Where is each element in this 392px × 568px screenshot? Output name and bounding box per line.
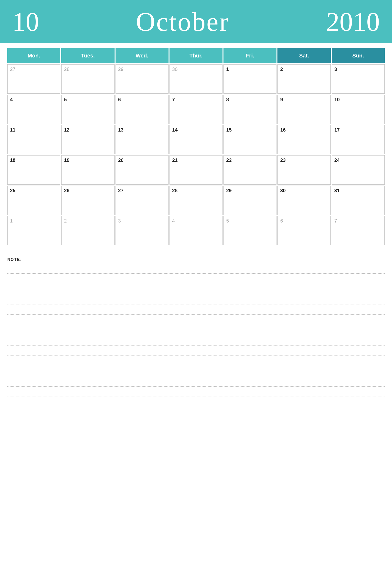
day-number: 28 [64, 66, 69, 72]
notes-lines [7, 263, 385, 407]
calendar-cell[interactable]: 31 [332, 186, 385, 215]
day-header-sun: Sun. [332, 48, 385, 63]
day-number: 3 [334, 66, 337, 72]
day-number: 29 [226, 188, 232, 193]
calendar-cell[interactable]: 1 [7, 216, 60, 245]
day-number: 16 [280, 127, 285, 133]
calendar-cell[interactable]: 5 [61, 95, 114, 124]
day-headers: Mon.Tues.Wed.Thur.Fri.Sat.Sun. [7, 48, 385, 63]
calendar-cell[interactable]: 9 [278, 95, 330, 124]
day-number: 3 [118, 218, 121, 224]
calendar-cell[interactable]: 21 [169, 155, 223, 185]
calendar-cell[interactable]: 29 [115, 64, 168, 94]
day-header-fri: Fri. [224, 48, 277, 63]
calendar-cell[interactable]: 27 [7, 64, 60, 94]
day-number: 23 [280, 157, 285, 163]
calendar-cell[interactable]: 3 [332, 64, 385, 94]
year: 2010 [326, 8, 380, 35]
calendar-cell[interactable]: 25 [7, 186, 60, 215]
notes-line [7, 397, 385, 407]
day-number: 30 [172, 66, 178, 72]
calendar-cell[interactable]: 19 [61, 155, 114, 185]
day-number: 14 [172, 127, 178, 133]
day-number: 19 [64, 157, 69, 163]
day-header-wed: Wed. [115, 48, 168, 63]
calendar-cell[interactable]: 4 [169, 216, 223, 245]
day-number: 2 [280, 66, 283, 72]
calendar-cell[interactable]: 30 [169, 64, 223, 94]
day-number: 1 [226, 66, 229, 72]
notes-line [7, 345, 385, 356]
calendar-cell[interactable]: 22 [224, 155, 277, 185]
calendar-cell[interactable]: 6 [115, 95, 168, 124]
calendar-cell[interactable]: 26 [61, 186, 114, 215]
calendar-header: 10 October 2010 [0, 0, 392, 43]
calendar-cell[interactable]: 30 [278, 186, 330, 215]
day-header-sat: Sat. [278, 48, 330, 63]
day-number: 20 [118, 157, 124, 163]
notes-label: NOTE: [7, 257, 385, 262]
calendar-cell[interactable]: 1 [224, 64, 277, 94]
notes-line [7, 284, 385, 294]
calendar-cell[interactable]: 17 [332, 125, 385, 154]
calendar-cell[interactable]: 10 [332, 95, 385, 124]
day-number: 10 [334, 97, 340, 102]
notes-line [7, 366, 385, 376]
calendar-cell[interactable]: 28 [169, 186, 223, 215]
calendar-cell[interactable]: 6 [278, 216, 330, 245]
day-number: 27 [118, 188, 124, 193]
notes-line [7, 376, 385, 387]
notes-line [7, 335, 385, 345]
day-number: 22 [226, 157, 232, 163]
calendar-cell[interactable]: 4 [7, 95, 60, 124]
calendar-grid: 2728293012345678910111213141516171819202… [7, 64, 385, 245]
notes-line [7, 263, 385, 274]
calendar-cell[interactable]: 5 [224, 216, 277, 245]
day-number: 24 [334, 157, 340, 163]
day-number: 8 [226, 97, 229, 102]
day-number: 26 [64, 188, 69, 193]
notes-line [7, 356, 385, 366]
calendar-cell[interactable]: 28 [61, 64, 114, 94]
calendar-cell[interactable]: 2 [278, 64, 330, 94]
calendar-cell[interactable]: 11 [7, 125, 60, 154]
calendar-cell[interactable]: 29 [224, 186, 277, 215]
calendar-cell[interactable]: 12 [61, 125, 114, 154]
day-number: 15 [226, 127, 232, 133]
calendar-cell[interactable]: 23 [278, 155, 330, 185]
calendar-cell[interactable]: 18 [7, 155, 60, 185]
calendar-cell[interactable]: 7 [332, 216, 385, 245]
calendar-cell[interactable]: 16 [278, 125, 330, 154]
day-number: 17 [334, 127, 340, 133]
day-number: 11 [10, 127, 15, 133]
calendar-cell[interactable]: 14 [169, 125, 223, 154]
calendar-cell[interactable]: 13 [115, 125, 168, 154]
calendar-cell[interactable]: 3 [115, 216, 168, 245]
calendar-cell[interactable]: 27 [115, 186, 168, 215]
day-number: 7 [334, 218, 337, 224]
day-number: 4 [172, 218, 175, 224]
day-number: 13 [118, 127, 124, 133]
notes-line [7, 315, 385, 325]
day-number: 2 [64, 218, 67, 224]
day-number: 5 [64, 97, 67, 102]
day-number: 7 [172, 97, 175, 102]
day-header-tues: Tues. [61, 48, 114, 63]
notes-line [7, 304, 385, 315]
notes-line [7, 294, 385, 304]
calendar-cell[interactable]: 8 [224, 95, 277, 124]
calendar-cell[interactable]: 7 [169, 95, 223, 124]
calendar-cell[interactable]: 2 [61, 216, 114, 245]
day-number: 6 [280, 218, 283, 224]
day-number: 18 [10, 157, 15, 163]
calendar-cell[interactable]: 20 [115, 155, 168, 185]
day-number: 27 [10, 66, 15, 72]
day-number: 6 [118, 97, 121, 102]
month-name: October [136, 8, 229, 35]
day-header-thur: Thur. [169, 48, 223, 63]
calendar-cell[interactable]: 15 [224, 125, 277, 154]
calendar-cell[interactable]: 24 [332, 155, 385, 185]
notes-line [7, 325, 385, 335]
day-number: 5 [226, 218, 229, 224]
day-number: 9 [280, 97, 283, 102]
